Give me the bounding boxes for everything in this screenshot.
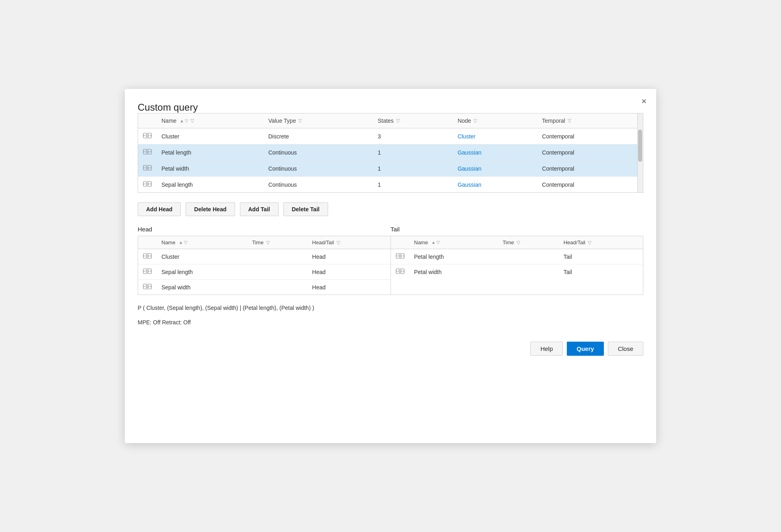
eye-icon xyxy=(143,253,152,259)
sub-name-cell: Petal length xyxy=(409,249,498,264)
table-row[interactable]: Petal width Continuous 1 Gaussian Contem… xyxy=(138,161,643,177)
sub-col-header-name: Name ▲ ▽ xyxy=(157,236,247,249)
sort-desc-icon[interactable]: ▽ xyxy=(185,118,188,124)
eye-icon xyxy=(143,283,152,290)
filter-icon[interactable]: ▽ xyxy=(190,118,194,124)
filter-icon[interactable]: ▽ xyxy=(396,118,400,124)
node-link[interactable]: Gaussian xyxy=(458,149,481,156)
add-head-button[interactable]: Add Head xyxy=(138,202,181,216)
sub-headtail-cell: Head xyxy=(307,264,390,280)
sub-col-header-time: Time▽ xyxy=(498,236,558,249)
table-row[interactable]: Cluster Head xyxy=(138,249,390,264)
sub-col-header-time: Time▽ xyxy=(247,236,307,249)
bottom-buttons: Help Query Close xyxy=(138,342,643,356)
sub-icon-cell xyxy=(138,264,157,280)
icon-cell xyxy=(138,161,157,177)
tail-table: Name ▲ ▽ Time▽Head/Tail▽ Petal length Ta… xyxy=(391,236,643,279)
sub-icon-col-header xyxy=(138,236,157,249)
filter-icon[interactable]: ▽ xyxy=(337,240,340,245)
states-cell: 1 xyxy=(373,177,452,193)
sort-desc-icon[interactable]: ▽ xyxy=(436,240,440,245)
value-type-cell: Discrete xyxy=(263,128,373,144)
name-cell: Cluster xyxy=(157,128,263,144)
sub-headtail-cell: Tail xyxy=(559,264,643,280)
sort-asc-icon[interactable]: ▲ xyxy=(431,240,436,245)
sub-time-cell xyxy=(247,280,307,295)
col-label: Node xyxy=(458,118,471,124)
svg-point-7 xyxy=(147,151,148,152)
node-link[interactable]: Gaussian xyxy=(458,181,481,188)
query-button[interactable]: Query xyxy=(567,342,603,356)
sub-headtail-cell: Tail xyxy=(559,249,643,264)
sub-name-cell: Cluster xyxy=(157,249,247,264)
filter-icon[interactable]: ▽ xyxy=(266,240,270,245)
sort-icons[interactable]: ▲ ▽ xyxy=(431,240,440,245)
sub-time-cell xyxy=(247,264,307,280)
dialog-title: Custom query xyxy=(138,102,198,113)
filter-icon[interactable]: ▽ xyxy=(298,118,302,124)
node-link[interactable]: Gaussian xyxy=(458,165,481,172)
close-icon-button[interactable]: × xyxy=(641,97,647,106)
sub-name-cell: Sepal width xyxy=(157,280,247,295)
sub-col-header-head-tail: Head/Tail▽ xyxy=(559,236,643,249)
states-cell: 1 xyxy=(373,161,452,177)
help-button[interactable]: Help xyxy=(530,342,563,356)
sort-icons[interactable]: ▲ ▽ xyxy=(180,118,188,124)
table-row[interactable]: Sepal length Continuous 1 Gaussian Conte… xyxy=(138,177,643,193)
col-header-value-type: Value Type▽ xyxy=(263,113,373,128)
icon-cell xyxy=(138,144,157,161)
col-header-temporal: Temporal▽ xyxy=(537,113,643,128)
node-cell: Cluster xyxy=(453,128,537,144)
sort-desc-icon[interactable]: ▽ xyxy=(184,240,187,245)
col-header-name: Name ▲ ▽ ▽ xyxy=(157,113,263,128)
sub-col-header-head-tail: Head/Tail▽ xyxy=(307,236,390,249)
sort-asc-icon[interactable]: ▲ xyxy=(179,240,183,245)
sort-icons[interactable]: ▲ ▽ xyxy=(179,240,187,245)
filter-icon[interactable]: ▽ xyxy=(517,240,520,245)
scrollbar-thumb[interactable] xyxy=(638,130,642,162)
delete-tail-button[interactable]: Delete Tail xyxy=(283,202,328,216)
filter-icon[interactable]: ▽ xyxy=(568,118,571,124)
variables-table: Name ▲ ▽ ▽Value Type▽States▽Node▽Tempora… xyxy=(138,113,643,192)
eye-icon xyxy=(143,148,152,155)
sub-name-cell: Petal width xyxy=(409,264,498,280)
value-type-cell: Continuous xyxy=(263,144,373,161)
head-section: Name ▲ ▽ Time▽Head/Tail▽ Cluster Head xyxy=(138,236,391,295)
eye-icon xyxy=(143,181,152,187)
tail-section: Name ▲ ▽ Time▽Head/Tail▽ Petal length Ta… xyxy=(391,236,643,295)
table-row[interactable]: Petal length Continuous 1 Gaussian Conte… xyxy=(138,144,643,161)
delete-head-button[interactable]: Delete Head xyxy=(186,202,235,216)
table-row[interactable]: Sepal length Head xyxy=(138,264,390,280)
dialog-close-button[interactable]: Close xyxy=(608,342,643,356)
svg-point-27 xyxy=(147,271,148,272)
node-cell: Gaussian xyxy=(453,144,537,161)
sub-col-label: Head/Tail xyxy=(312,239,334,245)
head-label: Head xyxy=(138,226,390,234)
temporal-cell: Contemporal xyxy=(537,144,643,161)
sub-icon-cell xyxy=(391,249,409,264)
name-cell: Petal length xyxy=(157,144,263,161)
table-row[interactable]: Petal width Tail xyxy=(391,264,643,280)
svg-point-2 xyxy=(147,135,148,136)
sub-col-label: Time xyxy=(252,239,263,245)
icon-cell xyxy=(138,177,157,193)
node-link[interactable]: Cluster xyxy=(458,133,475,140)
table-row[interactable]: Sepal width Head xyxy=(138,280,390,295)
states-cell: 3 xyxy=(373,128,452,144)
filter-icon[interactable]: ▽ xyxy=(473,118,477,124)
svg-point-42 xyxy=(399,271,400,272)
filter-icon[interactable]: ▽ xyxy=(588,240,591,245)
head-tail-section: Name ▲ ▽ Time▽Head/Tail▽ Cluster Head xyxy=(138,236,643,295)
sort-asc-icon[interactable]: ▲ xyxy=(180,118,184,124)
add-tail-button[interactable]: Add Tail xyxy=(240,202,279,216)
value-type-cell: Continuous xyxy=(263,177,373,193)
scrollbar-track[interactable] xyxy=(637,113,643,192)
sub-icon-cell xyxy=(138,280,157,295)
sub-name-cell: Sepal length xyxy=(157,264,247,280)
col-label: States xyxy=(378,118,394,124)
value-type-cell: Continuous xyxy=(263,161,373,177)
col-label: Value Type xyxy=(268,118,296,124)
table-row[interactable]: Petal length Tail xyxy=(391,249,643,264)
sub-time-cell xyxy=(498,264,558,280)
table-row[interactable]: Cluster Discrete 3 Cluster Contemporal xyxy=(138,128,643,144)
